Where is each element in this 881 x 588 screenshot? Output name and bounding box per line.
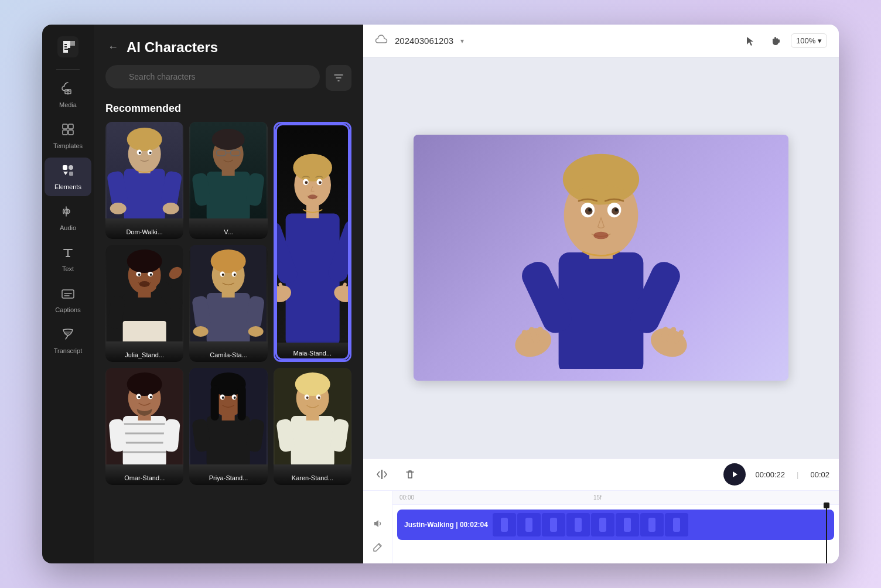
panel-header: ← AI Characters [94, 25, 363, 65]
svg-point-34 [212, 129, 245, 150]
svg-rect-6 [69, 124, 73, 129]
svg-point-60 [127, 249, 162, 273]
char-name-julia: Julia_Stand... [105, 342, 183, 362]
svg-rect-102 [211, 385, 219, 421]
svg-rect-125 [559, 252, 644, 369]
timecode-display: 00:00:22 [755, 470, 785, 479]
svg-point-21 [139, 152, 141, 154]
svg-rect-121 [774, 37, 776, 42]
sidebar-divider [56, 69, 80, 70]
sidebar-item-elements[interactable]: Elements [45, 158, 91, 196]
characters-grid: Dom-Walki... [94, 122, 363, 563]
svg-point-106 [222, 396, 224, 399]
cursor-tool-button[interactable] [739, 30, 760, 52]
volume-button[interactable] [368, 514, 387, 533]
zoom-dropdown[interactable]: 100% ▾ [791, 33, 827, 48]
editor-topbar: 202403061203 ▾ [363, 25, 839, 57]
pencil-button[interactable] [368, 538, 387, 556]
char-card-bottom3[interactable]: Karen-Stand... [274, 368, 351, 485]
captions-icon [61, 286, 75, 304]
search-input[interactable] [105, 65, 320, 88]
svg-point-26 [163, 203, 179, 214]
svg-point-45 [319, 181, 322, 184]
svg-point-81 [248, 326, 264, 337]
video-track[interactable]: Justin-Walking | 00:02:04 [397, 510, 834, 540]
svg-rect-15 [124, 169, 165, 218]
templates-icon [61, 122, 75, 140]
cloud-icon [375, 33, 388, 49]
sidebar-captions-label: Captions [55, 306, 80, 313]
play-button[interactable] [723, 463, 746, 486]
svg-rect-57 [123, 321, 166, 341]
svg-point-44 [305, 181, 308, 184]
svg-point-93 [138, 396, 141, 398]
char-card-bottom1[interactable]: Omar-Stand... [105, 368, 183, 485]
char-name-bottom1: Omar-Stand... [105, 465, 183, 485]
svg-rect-103 [238, 385, 246, 421]
chevron-down-icon[interactable]: ▾ [460, 37, 464, 45]
svg-point-128 [563, 154, 639, 205]
filter-button[interactable] [326, 65, 351, 91]
sidebar-item-media[interactable]: Media [45, 76, 91, 114]
track-thumbnails [493, 513, 827, 536]
svg-point-133 [588, 208, 591, 211]
audio-icon [61, 204, 75, 222]
app-logo[interactable] [55, 34, 81, 60]
char-card-maia[interactable]: Maia-Stand... [274, 122, 351, 362]
hand-tool-button[interactable] [765, 30, 786, 52]
char-name-v: V... [189, 219, 267, 239]
timeline-tracks: Justin-Walking | 00:02:04 [392, 505, 839, 563]
topbar-tools: 100% ▾ [739, 30, 827, 52]
svg-rect-11 [69, 172, 73, 176]
sidebar-item-transcript[interactable]: Transcript [45, 322, 91, 360]
svg-rect-98 [207, 416, 250, 464]
svg-point-61 [139, 281, 150, 287]
sidebar-transcript-label: Transcript [54, 347, 83, 354]
svg-rect-111 [291, 416, 334, 464]
ruler-mark-start: 00:00 [399, 494, 414, 501]
thumb-5 [591, 513, 614, 536]
svg-point-90 [127, 372, 162, 396]
sidebar-item-audio[interactable]: Audio [45, 199, 91, 237]
timeline-left-panel [363, 491, 392, 563]
svg-rect-13 [62, 290, 74, 298]
svg-point-77 [234, 274, 236, 276]
timeline-track-area: 00:00 15f Justin-Walking | 00:02:04 [363, 491, 839, 563]
thumb-8 [665, 513, 688, 536]
char-card-camila[interactable]: Camila-Sta... [189, 245, 267, 362]
svg-point-114 [295, 372, 330, 396]
char-card-julia[interactable]: Julia_Stand... [105, 245, 183, 362]
svg-rect-122 [776, 38, 778, 42]
svg-point-117 [306, 396, 308, 399]
back-button[interactable]: ← [105, 39, 121, 56]
char-name-bottom3: Karen-Stand... [274, 465, 351, 485]
svg-point-10 [69, 165, 73, 170]
svg-point-64 [138, 274, 141, 276]
svg-point-134 [615, 208, 618, 211]
char-card-bottom2[interactable]: Priya-Stand... [189, 368, 267, 485]
playhead[interactable] [826, 505, 827, 563]
char-card-dom[interactable]: Dom-Walki... [105, 122, 183, 239]
thumb-2 [517, 513, 541, 536]
sidebar-item-text[interactable]: Text [45, 240, 91, 278]
svg-rect-9 [63, 165, 67, 170]
delete-button[interactable] [401, 465, 419, 484]
svg-point-22 [149, 152, 152, 154]
svg-point-25 [110, 203, 127, 214]
char-name-bottom2: Priya-Stand... [189, 465, 267, 485]
svg-rect-96 [162, 419, 180, 452]
sidebar-item-templates[interactable]: Templates [45, 117, 91, 155]
thumb-7 [640, 513, 664, 536]
split-button[interactable] [373, 465, 391, 484]
char-card-v[interactable]: V... [189, 122, 267, 239]
svg-rect-95 [108, 419, 127, 452]
preview-frame [414, 135, 788, 381]
timeline-controls: 00:00:22 | 00:02 [363, 459, 839, 491]
svg-point-41 [293, 154, 332, 182]
transcript-icon [61, 327, 75, 345]
svg-point-80 [193, 326, 209, 337]
upload-icon [61, 81, 75, 99]
sidebar-item-captions[interactable]: Captions [45, 281, 91, 319]
svg-point-46 [308, 194, 317, 199]
section-label: Recommended [94, 100, 363, 122]
